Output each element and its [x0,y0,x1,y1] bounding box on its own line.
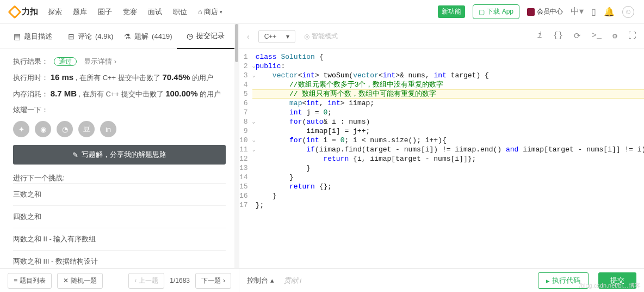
nav-circle[interactable]: 圈子 [98,7,112,17]
show-detail-link[interactable]: 显示详情 › [84,57,116,65]
share-icons: ✦ ◉ ◔ 豆 in [13,121,226,137]
logo-icon [8,5,21,19]
nav-interview[interactable]: 面试 [148,7,162,17]
streak-icon[interactable]: ▯ [591,7,596,17]
code-lines[interactable]: class Solution { public: vector<int> two… [256,49,644,268]
brand-name: 力扣 [22,7,38,17]
chevron-right-icon: › [223,277,225,284]
vip-center[interactable]: 会员中心 [527,7,563,16]
chevron-down-icon: ▾ [286,33,289,40]
memory-row: 内存消耗： 8.7 MB , 在所有 C++ 提交中击败了 100.00% 的用… [13,89,226,99]
linkedin-icon[interactable]: in [100,121,116,137]
phone-icon: ▢ [479,8,485,16]
collapse-icon[interactable]: ‹ [247,32,250,41]
bell-icon[interactable]: 🔔 [604,7,615,17]
tab-submissions[interactable]: ◷提交记录 [177,25,234,49]
douban-icon[interactable]: 豆 [78,121,95,137]
terminal-icon[interactable]: >_ [592,31,602,41]
challenge-item[interactable]: 两数之和 II - 输入有序数组 [13,228,226,250]
tab-description[interactable]: ▤题目描述 [4,24,62,48]
problem-list-button[interactable]: ≡题目列表 [8,273,52,289]
braces-icon[interactable]: {} [553,31,563,41]
comment-icon: ⊟ [68,32,75,41]
nav-shop[interactable]: ⌂商店▾ [198,7,222,17]
language-select[interactable]: C++▾ [258,30,296,43]
doc-icon: ▤ [14,32,21,41]
flask-icon: ⚗ [124,32,131,41]
write-solution-button[interactable]: ✎写题解，分享我的解题思路 [13,145,226,165]
fullscreen-icon[interactable]: ⛶ [628,31,636,41]
tab-solutions[interactable]: ⚗题解(4419) [120,24,177,48]
status-badge: 通过 [54,57,77,66]
gear-icon[interactable]: ⚙ [612,31,617,41]
line-gutter: 1234567891011121314151617 [239,49,252,268]
bulb-icon: ◎ [304,33,309,40]
result-row: 执行结果： 通过 显示详情 › [13,57,226,66]
refresh-icon[interactable]: ⟳ [574,31,581,41]
challenge-item[interactable]: 两数之和 III - 数据结构设计 [13,250,226,268]
list-icon: ≡ [14,277,17,284]
shop-icon: ⌂ [198,8,202,16]
smart-mode[interactable]: ◎智能模式 [304,32,338,41]
nav-explore[interactable]: 探索 [48,7,62,17]
play-icon: ▸ [546,277,550,285]
wechat-icon[interactable]: ✦ [13,121,29,137]
scrollbar[interactable] [234,24,239,268]
tab-comments[interactable]: ⊟评论 (4.9k) [62,24,120,48]
info-icon[interactable]: i [537,31,542,41]
next-challenge-label: 进行下一个挑战: [13,173,226,183]
logo[interactable]: 力扣 [10,7,38,17]
challenge-item[interactable]: 三数之和 [13,183,226,205]
nav-jobs[interactable]: 职位 [173,7,187,17]
contribute-link[interactable]: 贡献 i [284,276,302,285]
qq-icon[interactable]: ◔ [57,121,73,137]
language-toggle[interactable]: 中▾ [571,6,584,17]
code-editor[interactable]: 1234567891011121314151617 ⌄⌄⌄⌄⌄ class So… [239,49,644,268]
runtime-row: 执行用时： 16 ms , 在所有 C++ 提交中击败了 70.45% 的用户 [13,72,226,83]
chevron-left-icon: ‹ [134,277,137,284]
nav-problems[interactable]: 题库 [73,7,87,17]
next-button[interactable]: 下一题› [195,273,231,289]
flaunt-label: 炫耀一下： [13,105,226,115]
page-indicator: 1/1683 [170,277,190,284]
pencil-icon: ✎ [72,151,78,159]
nav-links: 探索 题库 圈子 竞赛 面试 职位 ⌂商店▾ [48,7,222,17]
challenge-item[interactable]: 四数之和 [13,205,226,228]
weibo-icon[interactable]: ◉ [35,121,51,137]
clock-icon: ◷ [187,32,193,40]
console-toggle[interactable]: 控制台 ▴ [247,276,274,285]
problem-tabs: ▤题目描述 ⊟评论 (4.9k) ⚗题解(4419) ◷提交记录 [0,24,239,49]
shuffle-icon: ✕ [63,277,69,284]
nav-contest[interactable]: 竞赛 [123,7,137,17]
bookmark-icon [527,8,535,16]
new-feature-badge[interactable]: 新功能 [438,5,465,18]
download-app-button[interactable]: ▢下载 App [473,4,519,19]
random-button[interactable]: ✕随机一题 [57,273,103,289]
prev-button[interactable]: ‹上一题 [128,273,164,289]
watermark: /blog.csdn.net/bi…博客 [579,282,641,290]
avatar[interactable]: ☺ [622,6,634,18]
